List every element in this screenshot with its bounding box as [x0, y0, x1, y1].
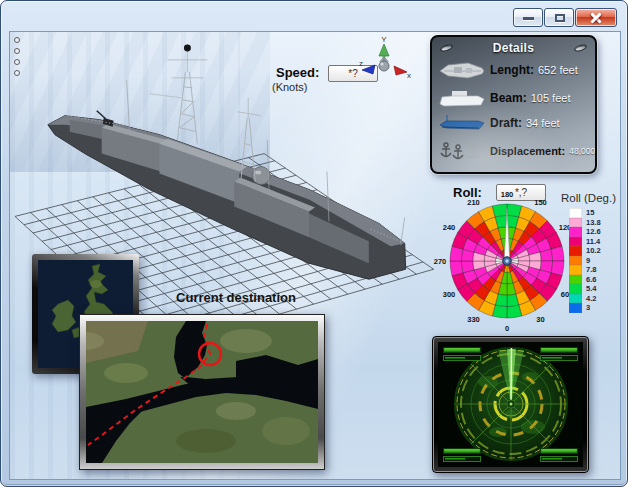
radar-signal-bar — [540, 448, 578, 454]
legend-value: 7.8 — [586, 265, 596, 275]
legend-value: 11.4 — [586, 237, 600, 247]
radar-signal-bar — [443, 456, 481, 462]
legend-swatch — [569, 208, 582, 218]
radar-signal-bar — [443, 355, 481, 361]
app-window: Speed: (Knots) Y x z Details — [0, 0, 628, 487]
roll-angle-label: 210 — [467, 198, 480, 207]
radar-signal-bar — [443, 347, 481, 353]
axis-gizmo-icon[interactable]: Y x z — [358, 34, 412, 92]
close-button[interactable] — [575, 8, 617, 27]
legend-value: 6.6 — [586, 275, 596, 285]
ship-beam-icon — [438, 88, 490, 108]
legend-entry: 7.8 — [569, 265, 621, 275]
roll-angle-label: 150 — [534, 198, 547, 207]
screw-icon — [439, 43, 453, 53]
legend-swatch — [569, 218, 582, 228]
dashboard: Speed: (Knots) Y x z Details — [9, 31, 621, 480]
minimize-icon — [523, 17, 534, 20]
maximize-icon — [555, 14, 565, 22]
radar-signal-bar — [540, 355, 578, 361]
destination-label: Current destination — [152, 290, 320, 305]
radar-signal-bar — [540, 347, 578, 353]
minimize-button[interactable] — [513, 8, 543, 27]
legend-value: 3 — [586, 303, 590, 313]
legend-swatch — [569, 256, 582, 266]
destination-map — [86, 321, 318, 463]
legend-swatch — [569, 265, 582, 275]
legend-value: 4.2 — [586, 294, 596, 304]
destination-map-frame — [79, 314, 325, 470]
handle-dot — [14, 37, 20, 43]
details-panel: Details Lenght: 652 feet — [430, 35, 597, 174]
legend-swatch — [569, 237, 582, 247]
details-title: Details — [493, 41, 534, 55]
svg-text:z: z — [359, 59, 363, 68]
roll-angle-label: 330 — [467, 315, 480, 324]
legend-swatch — [569, 227, 582, 237]
roll-sector — [450, 261, 463, 276]
legend-value: 9 — [586, 256, 590, 266]
legend-entry: 10.2 — [569, 246, 621, 256]
speed-label: Speed: — [276, 65, 319, 80]
roll-angle-label: 240 — [443, 223, 456, 232]
legend-entry: 6.6 — [569, 275, 621, 285]
roll-sector — [492, 204, 507, 217]
legend-value: 5.4 — [586, 284, 596, 294]
roll-angle-label: 270 — [434, 257, 447, 266]
legend-swatch — [569, 246, 582, 256]
svg-text:Y: Y — [381, 35, 387, 44]
handle-dot — [14, 48, 20, 54]
screw-icon — [573, 43, 587, 53]
legend-entry: 9 — [569, 256, 621, 266]
maximize-button[interactable] — [544, 8, 574, 27]
roll-legend: Roll (Deg.) 1513.812.611.410.297.86.65.4… — [561, 192, 621, 313]
details-row-length: Lenght: 652 feet — [438, 59, 589, 81]
roll-legend-title: Roll (Deg.) — [561, 192, 621, 204]
radar-display — [438, 342, 583, 467]
legend-entry: 13.8 — [569, 218, 621, 228]
radar-signal-bar — [540, 456, 578, 462]
legend-value: 10.2 — [586, 246, 601, 256]
handle-dot — [14, 59, 20, 65]
close-icon — [590, 11, 603, 24]
details-row-displacement: Displacement: 48,000 long tons — [438, 139, 589, 163]
roll-angle-label: 0 — [505, 324, 509, 333]
legend-entry: 5.4 — [569, 284, 621, 294]
legend-value: 13.8 — [586, 218, 601, 228]
legend-swatch — [569, 294, 582, 304]
svg-text:x: x — [407, 71, 411, 80]
roll-angle-label: 30 — [536, 315, 544, 324]
legend-swatch — [569, 284, 582, 294]
legend-swatch — [569, 275, 582, 285]
legend-entry: 12.6 — [569, 227, 621, 237]
ship-length-icon — [438, 59, 490, 81]
speed-unit-label: (Knots) — [272, 81, 307, 93]
view-handle-dots — [14, 37, 20, 76]
roll-angle-label: 180 — [501, 190, 514, 199]
legend-value: 12.6 — [586, 227, 601, 237]
legend-value: 15 — [586, 208, 594, 218]
details-row-draft: Draft: 34 feet — [438, 114, 589, 132]
legend-entry: 15 — [569, 208, 621, 218]
displacement-icon — [438, 139, 490, 163]
legend-entry: 11.4 — [569, 237, 621, 247]
legend-entry: 3 — [569, 303, 621, 313]
roll-sector — [507, 305, 522, 318]
handle-dot — [14, 70, 20, 76]
titlebar[interactable] — [1, 1, 627, 31]
legend-swatch — [569, 303, 582, 313]
radar-frame — [432, 336, 589, 473]
roll-angle-label: 300 — [443, 290, 456, 299]
legend-entry: 4.2 — [569, 294, 621, 304]
ship-draft-icon — [438, 114, 490, 132]
radar-signal-bar — [443, 448, 481, 454]
details-row-beam: Beam: 105 feet — [438, 88, 589, 108]
